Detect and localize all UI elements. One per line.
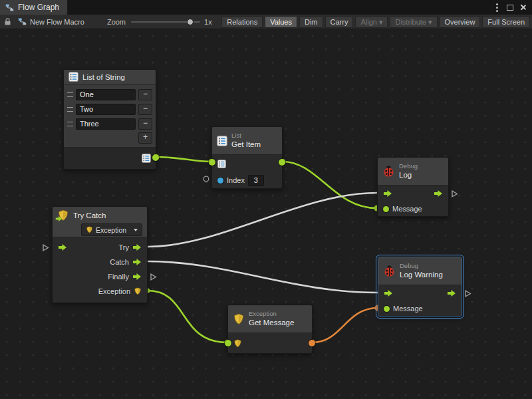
connection-exception-to-getmessage[interactable]	[148, 291, 227, 342]
align-button[interactable]: Align ▾	[355, 16, 388, 28]
node-header: List Get Item	[212, 127, 282, 155]
dim-button[interactable]: Dim	[299, 16, 323, 28]
exception-label: Exception	[98, 287, 130, 295]
connection-getitem-to-log-message[interactable]	[283, 162, 377, 208]
flow-out-arrow-icon[interactable]	[434, 190, 443, 198]
distribute-button[interactable]: Distribute ▾	[390, 16, 437, 28]
lock-icon[interactable]	[2, 17, 13, 27]
shield-icon	[86, 226, 93, 233]
item-output-port[interactable]	[279, 159, 285, 166]
finally-out-arrow-icon[interactable]	[132, 273, 142, 281]
values-button[interactable]: Values	[265, 16, 297, 28]
flow-in-arrow-icon[interactable]	[383, 190, 392, 198]
list-type-icon	[217, 160, 226, 168]
list-type-icon	[142, 154, 151, 163]
overview-button[interactable]: Overview	[440, 16, 481, 28]
flow-out-arrow-icon[interactable]	[447, 289, 456, 297]
node-header: Debug Log	[378, 158, 448, 186]
shield-icon	[233, 339, 242, 348]
exception-type-dropdown[interactable]: Exception	[81, 223, 142, 236]
node-category: Exception	[249, 310, 294, 318]
flow-output-port[interactable]	[464, 289, 471, 298]
node-title: Get Item	[231, 140, 261, 149]
macro-name: New Flow Macro	[30, 18, 84, 26]
connection-try-to-log-flow[interactable]	[148, 193, 377, 247]
list-item-input[interactable]: Two	[76, 104, 136, 115]
list-output-port[interactable]	[152, 154, 159, 161]
list-type-icon	[68, 72, 78, 82]
remove-item-button[interactable]: −	[138, 89, 152, 100]
message-label: Message	[392, 205, 422, 213]
index-input-row: Index 3	[212, 172, 282, 188]
catch-row: Catch	[53, 255, 147, 269]
shield-icon	[233, 313, 245, 325]
reorder-handle-icon[interactable]	[67, 122, 73, 126]
tab-title: Flow Graph	[18, 3, 59, 12]
exception-shield-icon[interactable]	[134, 287, 142, 295]
zoom-value: 1x	[204, 18, 212, 26]
node-title: Get Message	[249, 318, 294, 327]
maximize-icon[interactable]	[505, 2, 515, 13]
node-list-of-string[interactable]: List of String One − Two − Three − +	[63, 69, 156, 170]
flow-in-arrow-icon[interactable]	[58, 243, 67, 251]
exception-type-value: Exception	[96, 226, 126, 234]
zoom-slider-handle[interactable]	[187, 19, 194, 25]
node-category: Debug	[399, 162, 418, 170]
node-header: List of String	[64, 70, 156, 84]
reorder-handle-icon[interactable]	[67, 92, 73, 97]
index-value-input[interactable]: 3	[248, 175, 264, 186]
node-log[interactable]: Debug Log Message	[377, 157, 449, 217]
remove-item-button[interactable]: −	[138, 118, 152, 130]
message-row: Message	[378, 301, 462, 316]
node-title: Log Warning	[400, 270, 443, 279]
macro-breadcrumb[interactable]: New Flow Macro	[18, 17, 84, 26]
catch-out-arrow-icon[interactable]	[132, 258, 142, 266]
message-row: Message	[378, 201, 448, 216]
try-catch-icon	[57, 209, 69, 221]
node-category: List	[231, 132, 261, 140]
remove-item-button[interactable]: −	[138, 104, 152, 115]
connection-list-output-to-getitem[interactable]	[156, 157, 211, 162]
node-get-message[interactable]: Exception Get Message	[227, 305, 313, 354]
flow-input-port[interactable]	[42, 243, 49, 252]
connection-catch-to-logwarning-flow[interactable]	[148, 261, 378, 293]
graph-canvas[interactable]: List of String One − Two − Three − +	[0, 29, 532, 399]
node-get-item[interactable]: List Get Item Index 3	[211, 126, 283, 189]
list-input-row	[212, 155, 282, 172]
index-input-port[interactable]	[203, 176, 209, 182]
exception-input-port[interactable]	[225, 340, 231, 346]
node-log-warning[interactable]: Debug Log Warning Message	[378, 257, 462, 317]
list-item-input[interactable]: Three	[76, 118, 136, 130]
try-out-arrow-icon[interactable]	[132, 243, 142, 251]
catch-label: Catch	[110, 258, 129, 266]
message-output-port[interactable]	[309, 340, 315, 346]
close-icon[interactable]	[518, 2, 529, 13]
flow-in-arrow-icon[interactable]	[384, 289, 393, 297]
menu-icon[interactable]	[491, 2, 502, 13]
flow-output-port[interactable]	[451, 190, 458, 198]
connection-getmessage-to-logwarning-message[interactable]	[313, 308, 378, 342]
list-type-icon	[217, 136, 227, 146]
message-label: Message	[393, 305, 423, 313]
zoom-slider[interactable]	[131, 17, 200, 27]
finally-label: Finally	[108, 273, 129, 281]
try-label: Try	[119, 243, 129, 251]
value-port-icon	[384, 306, 390, 312]
fullscreen-button[interactable]: Full Screen	[482, 16, 530, 28]
list-item-input[interactable]: One	[76, 89, 136, 100]
ladybug-icon	[382, 165, 395, 178]
relations-button[interactable]: Relations	[221, 16, 263, 28]
list-input-port[interactable]	[209, 159, 215, 166]
node-header: Try Catch Exception	[53, 207, 147, 237]
list-item-row: Two −	[67, 102, 152, 116]
node-category: Debug	[400, 262, 443, 270]
add-item-button[interactable]: +	[138, 132, 152, 144]
tab-flow-graph[interactable]: Flow Graph	[0, 0, 68, 15]
reorder-handle-icon[interactable]	[67, 107, 73, 112]
carry-button[interactable]: Carry	[325, 16, 354, 28]
finally-output-port[interactable]	[150, 273, 157, 281]
exception-io-row	[228, 333, 312, 353]
node-try-catch[interactable]: Try Catch Exception Try Catch	[52, 206, 148, 303]
node-title: List of String	[82, 73, 125, 81]
try-row: Try	[53, 240, 147, 255]
